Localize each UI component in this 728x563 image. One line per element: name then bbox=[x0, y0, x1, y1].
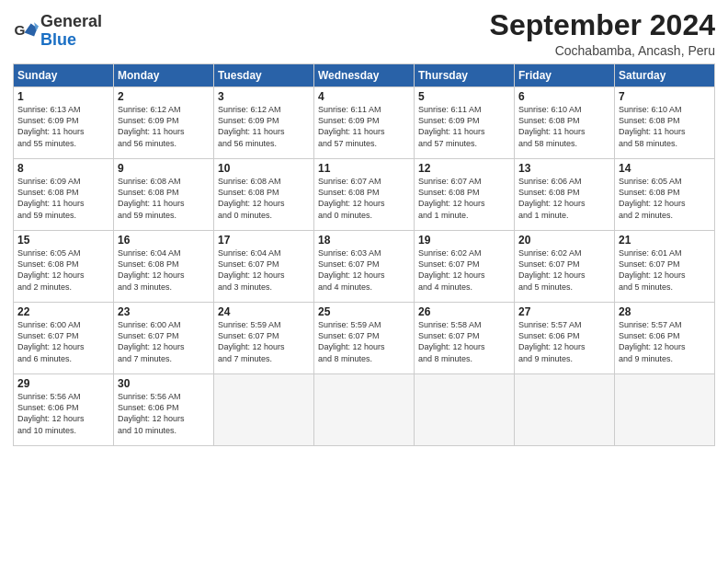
day-info: Sunrise: 5:57 AM Sunset: 6:06 PM Dayligh… bbox=[518, 319, 610, 364]
calendar-day: 29Sunrise: 5:56 AM Sunset: 6:06 PM Dayli… bbox=[14, 374, 114, 446]
day-info: Sunrise: 5:57 AM Sunset: 6:06 PM Dayligh… bbox=[619, 319, 711, 364]
calendar-day: 3Sunrise: 6:12 AM Sunset: 6:09 PM Daylig… bbox=[214, 87, 314, 159]
day-info: Sunrise: 6:02 AM Sunset: 6:07 PM Dayligh… bbox=[418, 247, 510, 293]
day-number: 6 bbox=[518, 90, 610, 103]
day-number: 28 bbox=[619, 305, 711, 318]
calendar-day: 2Sunrise: 6:12 AM Sunset: 6:09 PM Daylig… bbox=[114, 87, 214, 159]
day-info: Sunrise: 6:10 AM Sunset: 6:08 PM Dayligh… bbox=[518, 104, 610, 149]
day-info: Sunrise: 6:04 AM Sunset: 6:08 PM Dayligh… bbox=[118, 247, 210, 293]
day-number: 5 bbox=[418, 90, 510, 103]
day-number: 9 bbox=[118, 162, 210, 175]
month-title: September 2024 bbox=[490, 9, 715, 41]
calendar-day bbox=[214, 374, 314, 446]
weekday-header: Sunday bbox=[14, 64, 114, 87]
day-number: 10 bbox=[218, 162, 310, 175]
weekday-header: Wednesday bbox=[314, 64, 415, 87]
weekday-header: Friday bbox=[515, 64, 615, 87]
day-info: Sunrise: 6:07 AM Sunset: 6:08 PM Dayligh… bbox=[318, 176, 410, 221]
weekday-header: Monday bbox=[114, 64, 214, 87]
calendar-day: 19Sunrise: 6:02 AM Sunset: 6:07 PM Dayli… bbox=[415, 231, 515, 303]
calendar-day: 9Sunrise: 6:08 AM Sunset: 6:08 PM Daylig… bbox=[114, 159, 214, 231]
day-number: 27 bbox=[518, 305, 610, 318]
day-number: 1 bbox=[17, 90, 109, 103]
calendar-day: 17Sunrise: 6:04 AM Sunset: 6:07 PM Dayli… bbox=[214, 231, 314, 303]
weekday-header: Saturday bbox=[615, 64, 715, 87]
day-info: Sunrise: 6:13 AM Sunset: 6:09 PM Dayligh… bbox=[17, 104, 109, 149]
day-info: Sunrise: 5:58 AM Sunset: 6:07 PM Dayligh… bbox=[418, 319, 510, 364]
day-info: Sunrise: 5:59 AM Sunset: 6:07 PM Dayligh… bbox=[318, 319, 410, 364]
day-number: 22 bbox=[17, 305, 109, 318]
day-number: 3 bbox=[218, 90, 310, 103]
calendar-day: 12Sunrise: 6:07 AM Sunset: 6:08 PM Dayli… bbox=[415, 159, 515, 231]
logo-icon: G bbox=[13, 18, 39, 44]
day-number: 24 bbox=[218, 305, 310, 318]
calendar-day: 25Sunrise: 5:59 AM Sunset: 6:07 PM Dayli… bbox=[314, 303, 415, 374]
day-number: 29 bbox=[17, 377, 109, 390]
day-info: Sunrise: 6:05 AM Sunset: 6:08 PM Dayligh… bbox=[619, 176, 711, 221]
calendar-day: 20Sunrise: 6:02 AM Sunset: 6:07 PM Dayli… bbox=[515, 231, 615, 303]
day-number: 21 bbox=[619, 234, 711, 247]
day-info: Sunrise: 6:07 AM Sunset: 6:08 PM Dayligh… bbox=[418, 176, 510, 221]
page: G General Blue September 2024 Cochabamba… bbox=[0, 0, 728, 455]
day-number: 26 bbox=[418, 305, 510, 318]
day-info: Sunrise: 6:08 AM Sunset: 6:08 PM Dayligh… bbox=[118, 176, 210, 221]
calendar-day: 18Sunrise: 6:03 AM Sunset: 6:07 PM Dayli… bbox=[314, 231, 415, 303]
logo: G General Blue bbox=[13, 13, 102, 50]
calendar-day bbox=[415, 374, 515, 446]
calendar-day bbox=[515, 374, 615, 446]
calendar-day: 10Sunrise: 6:08 AM Sunset: 6:08 PM Dayli… bbox=[214, 159, 314, 231]
calendar-day bbox=[314, 374, 415, 446]
calendar-day: 30Sunrise: 5:56 AM Sunset: 6:06 PM Dayli… bbox=[114, 374, 214, 446]
day-number: 30 bbox=[118, 377, 210, 390]
calendar-day: 15Sunrise: 6:05 AM Sunset: 6:08 PM Dayli… bbox=[14, 231, 114, 303]
day-number: 17 bbox=[218, 234, 310, 247]
day-number: 12 bbox=[418, 162, 510, 175]
logo-line1: General bbox=[40, 13, 102, 31]
calendar-day bbox=[615, 374, 715, 446]
calendar-day: 21Sunrise: 6:01 AM Sunset: 6:07 PM Dayli… bbox=[615, 231, 715, 303]
day-info: Sunrise: 6:05 AM Sunset: 6:08 PM Dayligh… bbox=[17, 247, 109, 293]
day-number: 23 bbox=[118, 305, 210, 318]
day-number: 16 bbox=[118, 234, 210, 247]
day-info: Sunrise: 6:08 AM Sunset: 6:08 PM Dayligh… bbox=[218, 176, 310, 221]
day-number: 2 bbox=[118, 90, 210, 103]
calendar-day: 26Sunrise: 5:58 AM Sunset: 6:07 PM Dayli… bbox=[415, 303, 515, 374]
day-info: Sunrise: 5:59 AM Sunset: 6:07 PM Dayligh… bbox=[218, 319, 310, 364]
day-number: 15 bbox=[17, 234, 109, 247]
day-number: 25 bbox=[318, 305, 410, 318]
calendar-day: 27Sunrise: 5:57 AM Sunset: 6:06 PM Dayli… bbox=[515, 303, 615, 374]
day-info: Sunrise: 6:11 AM Sunset: 6:09 PM Dayligh… bbox=[418, 104, 510, 149]
calendar-day: 13Sunrise: 6:06 AM Sunset: 6:08 PM Dayli… bbox=[515, 159, 615, 231]
day-number: 4 bbox=[318, 90, 410, 103]
day-info: Sunrise: 6:10 AM Sunset: 6:08 PM Dayligh… bbox=[619, 104, 711, 149]
calendar-day: 8Sunrise: 6:09 AM Sunset: 6:08 PM Daylig… bbox=[14, 159, 114, 231]
day-number: 13 bbox=[518, 162, 610, 175]
day-info: Sunrise: 6:01 AM Sunset: 6:07 PM Dayligh… bbox=[619, 247, 711, 293]
day-number: 11 bbox=[318, 162, 410, 175]
day-info: Sunrise: 6:09 AM Sunset: 6:08 PM Dayligh… bbox=[17, 176, 109, 221]
calendar-day: 4Sunrise: 6:11 AM Sunset: 6:09 PM Daylig… bbox=[314, 87, 415, 159]
day-info: Sunrise: 5:56 AM Sunset: 6:06 PM Dayligh… bbox=[118, 391, 210, 436]
day-number: 14 bbox=[619, 162, 711, 175]
day-info: Sunrise: 6:06 AM Sunset: 6:08 PM Dayligh… bbox=[518, 176, 610, 221]
day-info: Sunrise: 5:56 AM Sunset: 6:06 PM Dayligh… bbox=[17, 391, 109, 436]
calendar-day: 7Sunrise: 6:10 AM Sunset: 6:08 PM Daylig… bbox=[615, 87, 715, 159]
calendar-day: 11Sunrise: 6:07 AM Sunset: 6:08 PM Dayli… bbox=[314, 159, 415, 231]
calendar-day: 14Sunrise: 6:05 AM Sunset: 6:08 PM Dayli… bbox=[615, 159, 715, 231]
day-number: 8 bbox=[17, 162, 109, 175]
day-info: Sunrise: 6:03 AM Sunset: 6:07 PM Dayligh… bbox=[318, 247, 410, 293]
calendar-day: 6Sunrise: 6:10 AM Sunset: 6:08 PM Daylig… bbox=[515, 87, 615, 159]
day-info: Sunrise: 6:12 AM Sunset: 6:09 PM Dayligh… bbox=[218, 104, 310, 149]
weekday-header: Tuesday bbox=[214, 64, 314, 87]
day-info: Sunrise: 6:02 AM Sunset: 6:07 PM Dayligh… bbox=[518, 247, 610, 293]
day-number: 7 bbox=[619, 90, 711, 103]
day-number: 20 bbox=[518, 234, 610, 247]
day-info: Sunrise: 6:00 AM Sunset: 6:07 PM Dayligh… bbox=[118, 319, 210, 364]
subtitle: Cochabamba, Ancash, Peru bbox=[490, 43, 715, 58]
calendar-day: 24Sunrise: 5:59 AM Sunset: 6:07 PM Dayli… bbox=[214, 303, 314, 374]
day-number: 19 bbox=[418, 234, 510, 247]
day-info: Sunrise: 6:12 AM Sunset: 6:09 PM Dayligh… bbox=[118, 104, 210, 149]
calendar-day: 16Sunrise: 6:04 AM Sunset: 6:08 PM Dayli… bbox=[114, 231, 214, 303]
day-number: 18 bbox=[318, 234, 410, 247]
title-block: September 2024 Cochabamba, Ancash, Peru bbox=[490, 9, 715, 58]
